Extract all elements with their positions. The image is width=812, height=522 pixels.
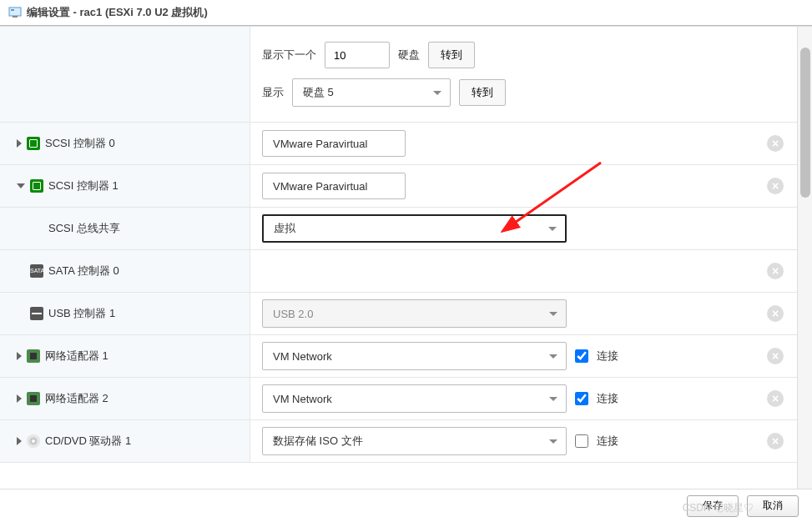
remove-net-1[interactable]: × [767, 348, 784, 364]
row-sata-controller-0: SATA SATA 控制器 0 × [0, 250, 797, 293]
cddvd-1-connect-checkbox[interactable] [575, 434, 588, 448]
net-1-connect-checkbox[interactable] [575, 349, 588, 363]
row-network-adapter-2: 网络适配器 2 VM Network 连接 × [0, 378, 797, 420]
row-cddvd-drive-1: CD/DVD 驱动器 1 数据存储 ISO 文件 连接 × [0, 420, 797, 463]
label-spacer [0, 27, 250, 122]
scsi-0-label: SCSI 控制器 0 [45, 136, 115, 151]
row-scsi-controller-1: SCSI 控制器 1 VMware Paravirtual × [0, 165, 797, 208]
row-network-adapter-1: 网络适配器 1 VM Network 连接 × [0, 335, 797, 378]
label-scsi-bus-sharing: SCSI 总线共享 [0, 208, 250, 249]
dialog-footer: 保存 取消 [0, 489, 812, 522]
scsi-bus-sharing-cell: 虚拟 [250, 208, 797, 249]
net-2-connect-label: 连接 [597, 391, 618, 406]
expand-icon[interactable] [17, 437, 22, 445]
label-scsi-1[interactable]: SCSI 控制器 1 [0, 165, 250, 207]
remove-usb-1[interactable]: × [767, 305, 784, 322]
collapse-icon[interactable] [17, 183, 25, 188]
net-2-select[interactable]: VM Network [262, 384, 567, 413]
row-usb-controller-1: USB 控制器 1 USB 2.0 × [0, 293, 797, 335]
scsi-0-value-cell: VMware Paravirtual × [250, 123, 797, 164]
usb-icon [30, 307, 43, 320]
usb-1-select: USB 2.0 [262, 299, 567, 328]
remove-scsi-0[interactable]: × [767, 135, 784, 152]
scsi-bus-sharing-label: SCSI 总线共享 [48, 221, 120, 236]
net-2-label: 网络适配器 2 [45, 391, 108, 406]
scrollbar-thumb[interactable] [800, 48, 810, 198]
disk-select[interactable]: 硬盘 5 [292, 78, 451, 107]
network-icon [27, 349, 40, 363]
expand-icon[interactable] [17, 352, 22, 360]
sata-0-label: SATA 控制器 0 [48, 264, 119, 279]
settings-grid: 显示下一个 硬盘 转到 显示 硬盘 5 转到 SCSI 控制器 [0, 27, 797, 491]
cddvd-1-select[interactable]: 数据存储 ISO 文件 [262, 427, 567, 455]
cddvd-1-value: 数据存储 ISO 文件 [273, 434, 363, 449]
network-icon [27, 392, 40, 405]
show-next-input[interactable] [325, 42, 390, 68]
svg-rect-2 [13, 16, 18, 18]
scsi-1-value-cell: VMware Paravirtual × [250, 165, 797, 207]
disk-select-value: 硬盘 5 [303, 85, 334, 100]
usb-1-label: USB 控制器 1 [48, 306, 115, 321]
label-usb-1[interactable]: USB 控制器 1 [0, 293, 250, 334]
net-2-value: VM Network [273, 393, 332, 405]
scsi-icon [30, 179, 43, 193]
remove-cddvd-1[interactable]: × [767, 433, 784, 449]
dialog-title: 编辑设置 - rac1 (ESXi 7.0 U2 虚拟机) [27, 5, 208, 20]
expand-icon[interactable] [17, 139, 22, 148]
label-scsi-0[interactable]: SCSI 控制器 0 [0, 123, 250, 164]
remove-scsi-1[interactable]: × [767, 178, 784, 194]
cddvd-1-connect-label: 连接 [597, 434, 618, 449]
show-label: 显示 [262, 85, 284, 100]
label-net-1[interactable]: 网络适配器 1 [0, 335, 250, 377]
cddvd-1-value-cell: 数据存储 ISO 文件 连接 × [250, 420, 797, 462]
scsi-bus-sharing-select[interactable]: 虚拟 [262, 214, 567, 243]
vertical-scrollbar[interactable] [797, 27, 812, 491]
row-scsi-controller-0: SCSI 控制器 0 VMware Paravirtual × [0, 123, 797, 165]
scsi-1-type-box: VMware Paravirtual [262, 173, 406, 199]
net-2-value-cell: VM Network 连接 × [250, 378, 797, 419]
vm-icon [8, 6, 22, 19]
save-button[interactable]: 保存 [687, 495, 739, 517]
row-display-options: 显示下一个 硬盘 转到 显示 硬盘 5 转到 [0, 27, 797, 123]
sata-0-value-cell: × [250, 250, 797, 292]
expand-icon[interactable] [17, 394, 22, 403]
scsi-bus-sharing-value: 虚拟 [274, 221, 295, 236]
cancel-button[interactable]: 取消 [747, 495, 799, 517]
svg-rect-1 [11, 9, 14, 11]
usb-1-value: USB 2.0 [273, 308, 313, 320]
show-next-label: 显示下一个 [262, 48, 316, 63]
cddvd-1-label: CD/DVD 驱动器 1 [45, 434, 131, 449]
net-1-connect-label: 连接 [597, 349, 618, 364]
svg-rect-0 [9, 8, 21, 16]
net-1-value-cell: VM Network 连接 × [250, 335, 797, 377]
usb-1-value-cell: USB 2.0 × [250, 293, 797, 334]
row-scsi-bus-sharing: SCSI 总线共享 虚拟 [0, 208, 797, 250]
scsi-1-label: SCSI 控制器 1 [48, 178, 119, 193]
goto-button-2[interactable]: 转到 [459, 79, 506, 106]
net-1-label: 网络适配器 1 [45, 349, 108, 364]
label-net-2[interactable]: 网络适配器 2 [0, 378, 250, 419]
label-cddvd-1[interactable]: CD/DVD 驱动器 1 [0, 420, 250, 462]
label-sata-0[interactable]: SATA SATA 控制器 0 [0, 250, 250, 292]
sata-icon: SATA [30, 264, 43, 278]
display-controls: 显示下一个 硬盘 转到 显示 硬盘 5 转到 [250, 27, 797, 122]
net-1-value: VM Network [273, 350, 332, 363]
net-1-select[interactable]: VM Network [262, 342, 567, 370]
disk-label: 硬盘 [398, 48, 420, 63]
scsi-0-type: VMware Paravirtual [273, 138, 367, 150]
remove-sata-0[interactable]: × [767, 263, 784, 279]
scsi-0-type-box: VMware Paravirtual [262, 130, 406, 157]
settings-content: 显示下一个 硬盘 转到 显示 硬盘 5 转到 SCSI 控制器 [0, 26, 812, 491]
scsi-icon [27, 137, 40, 150]
dialog-header: 编辑设置 - rac1 (ESXi 7.0 U2 虚拟机) [0, 0, 812, 26]
net-2-connect-checkbox[interactable] [575, 392, 588, 405]
goto-button-1[interactable]: 转到 [428, 42, 475, 68]
remove-net-2[interactable]: × [767, 390, 784, 407]
scsi-1-type: VMware Paravirtual [273, 180, 367, 193]
cd-icon [27, 434, 40, 448]
